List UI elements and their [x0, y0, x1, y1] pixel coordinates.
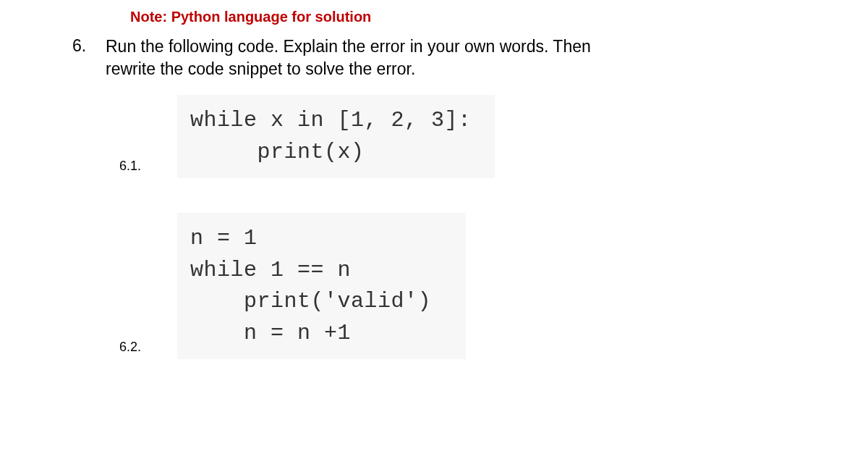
code-block-6.1: while x in [1, 2, 3]: print(x)	[177, 95, 495, 178]
subsection-6.1: 6.1. while x in [1, 2, 3]: print(x)	[29, 95, 839, 178]
code-block-6.2: n = 1 while 1 == n print('valid') n = n …	[177, 213, 466, 359]
question-row: 6. Run the following code. Explain the e…	[29, 35, 839, 80]
question-number: 6.	[72, 35, 106, 56]
question-line2: rewrite the code snippet to solve the er…	[106, 59, 415, 78]
question-line1: Run the following code. Explain the erro…	[106, 37, 591, 56]
note-text: Note: Python language for solution	[130, 9, 839, 25]
sub-number-6.1: 6.1.	[119, 159, 159, 178]
question-text: Run the following code. Explain the erro…	[106, 35, 591, 80]
subsection-6.2: 6.2. n = 1 while 1 == n print('valid') n…	[29, 213, 839, 359]
sub-number-6.2: 6.2.	[119, 340, 159, 359]
